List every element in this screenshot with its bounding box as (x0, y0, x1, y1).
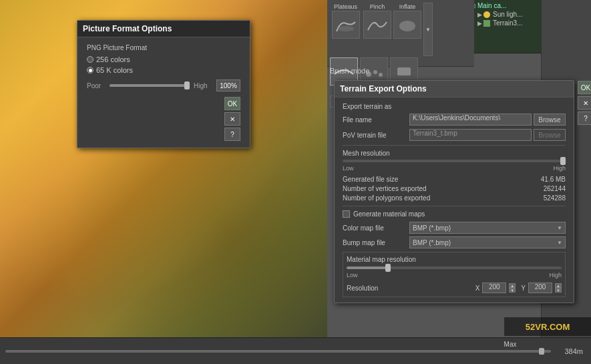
gen-maps-label: Generate material maps (353, 210, 425, 218)
radio-label-256: 256 colors (96, 55, 130, 63)
browse-button-1[interactable]: Browse (534, 114, 566, 126)
expand-icon-sun: ▶ (477, 11, 482, 18)
file-name-row: File name K:\Users\Jenkins\Documents\ Br… (343, 114, 566, 126)
brush-plateaus[interactable]: Plateaus (330, 3, 361, 39)
color-map-arrow: ▼ (557, 225, 562, 231)
color-map-value: BMP (*.bmp) (413, 224, 451, 232)
vertices-value: 262144 (544, 185, 566, 192)
stat-row-vertices: Number of vertices exported 262144 (343, 185, 566, 192)
radio-row-256[interactable]: 256 colors (87, 55, 240, 63)
picture-section-label: PNG Picture Format (87, 44, 240, 51)
bump-map-value: BMP (*.bmp) (413, 239, 451, 246)
picture-help-button[interactable]: ? (224, 128, 240, 141)
svg-point-4 (379, 73, 383, 77)
brush-thumb-plateaus[interactable] (332, 11, 360, 39)
picture-close-button[interactable]: ✕ (224, 112, 240, 126)
mesh-slider-track[interactable] (343, 160, 566, 162)
terrain-ok-button[interactable]: OK (578, 81, 591, 94)
bump-map-dropdown[interactable]: BMP (*.bmp) ▼ (409, 236, 566, 248)
file-name-input[interactable]: K:\Users\Jenkins\Documents\ (409, 114, 532, 126)
scroll-right-arrow[interactable]: ▼ (423, 3, 433, 56)
bump-map-label: Bump map file (343, 239, 409, 246)
res-y-label: Y (521, 285, 526, 292)
material-map-section: Material map resolution Low High Resolut… (343, 252, 566, 297)
res-x-spinner[interactable]: ▲ ▼ (509, 283, 516, 293)
brush-inflate[interactable]: Inflate (393, 3, 421, 39)
bottom-slider-thumb[interactable] (539, 348, 544, 355)
mat-slider-thumb[interactable] (385, 264, 391, 272)
res-x-up[interactable]: ▲ (509, 283, 516, 288)
res-y-input[interactable]: 200 (528, 283, 552, 293)
top-toolbar: Plateaus Pinch Inflate (327, 0, 474, 67)
browse-button-2: Browse (534, 129, 566, 141)
res-y-value: 200 (535, 283, 546, 291)
mat-slider-track[interactable] (347, 266, 562, 269)
dialog-terrain-title: Terrain Export Options (335, 81, 574, 98)
terrain-icon (483, 20, 490, 27)
picture-ok-button[interactable]: OK (224, 97, 240, 110)
filesize-value: 41.6 MB (541, 176, 566, 183)
bump-map-row: Bump map file BMP (*.bmp) ▼ (343, 236, 566, 248)
radio-256[interactable] (87, 56, 93, 63)
filesize-label: Generated file size (343, 176, 398, 183)
gen-maps-checkbox[interactable] (343, 210, 350, 218)
res-x-label: X (475, 285, 480, 292)
vertices-label: Number of vertices exported (343, 185, 427, 192)
mesh-slider-thumb[interactable] (560, 157, 566, 165)
bump-map-arrow: ▼ (557, 240, 562, 246)
pov-label: PoV terrain file (343, 132, 409, 139)
divider-2 (343, 206, 566, 206)
quality-slider-row[interactable]: Poor High 100% (87, 79, 240, 92)
dialog-picture-body: PNG Picture Format 256 colors 65 K color… (77, 37, 250, 148)
terrain-close-button[interactable]: ✕ (578, 96, 591, 110)
mat-slider-row[interactable] (347, 266, 562, 269)
tree-item-sun[interactable]: ▶ Sun ligh... (469, 10, 540, 19)
mesh-slider-row[interactable] (343, 160, 566, 162)
polygons-value: 524288 (544, 194, 566, 202)
res-x-down[interactable]: ▼ (509, 288, 516, 293)
color-map-dropdown[interactable]: BMP (*.bmp) ▼ (409, 222, 566, 234)
brush-pinch[interactable]: Pinch (363, 3, 391, 39)
material-res-label: Material map resolution (347, 256, 562, 263)
picture-dialog-buttons: OK ✕ ? (87, 97, 240, 141)
svg-point-3 (373, 70, 377, 74)
file-name-label: File name (343, 116, 409, 124)
res-y-up[interactable]: ▲ (555, 283, 562, 288)
expand-icon-terrain: ▶ (477, 20, 482, 27)
radio-label-65k: 65 K colors (96, 66, 133, 74)
scene-tree-panel: ⊞ Main ca... ▶ Sun ligh... ▶ Terrain3... (467, 0, 541, 53)
terrain-help-button[interactable]: ? (578, 112, 591, 125)
quality-slider-thumb[interactable] (184, 81, 190, 89)
quality-slider-track[interactable] (110, 84, 190, 87)
tree-label-terrain: Terrain3... (493, 19, 522, 27)
watermark-text: 52VR.COM (526, 322, 570, 332)
max-label: Max (504, 341, 517, 348)
res-x-value: 200 (489, 283, 500, 291)
brush-mode-label: Brush mode (330, 67, 369, 75)
radio-65k[interactable] (87, 67, 93, 73)
color-map-label: Color map file (343, 224, 409, 232)
terrain-dialog-buttons: OK ✕ ? (578, 81, 591, 125)
bottom-slider-area[interactable]: Max (0, 350, 556, 353)
dialog-terrain-body: Export terrain as File name K:\Users\Jen… (335, 98, 574, 303)
brush-thumb-inflate[interactable] (393, 11, 421, 39)
radio-row-65k[interactable]: 65 K colors (87, 66, 240, 74)
tree-item-maincam[interactable]: ⊞ Main ca... (469, 1, 540, 10)
gen-maps-row[interactable]: Generate material maps (343, 210, 566, 218)
mesh-high-label: High (553, 165, 566, 172)
slider-value-display: 100% (216, 79, 240, 92)
res-x-input[interactable]: 200 (482, 283, 506, 293)
svg-point-1 (399, 21, 415, 31)
pov-value: Terrain3_t.bmp (413, 130, 457, 137)
res-y-spinner[interactable]: ▲ ▼ (555, 283, 562, 293)
bottom-slider[interactable] (5, 350, 551, 353)
brush-thumb-pinch[interactable] (363, 11, 391, 39)
pov-file-row: PoV terrain file Terrain3_t.bmp Browse (343, 129, 566, 141)
bottom-bar: Max 384m (0, 337, 591, 364)
mat-low-label: Low (347, 272, 358, 279)
dialog-picture-title: Picture Format Options (77, 21, 250, 37)
res-y-down[interactable]: ▼ (555, 288, 562, 293)
tree-item-terrain[interactable]: ▶ Terrain3... (469, 19, 540, 27)
dialog-picture-format: Picture Format Options PNG Picture Forma… (77, 20, 250, 148)
mesh-labels: Low High (343, 165, 566, 172)
